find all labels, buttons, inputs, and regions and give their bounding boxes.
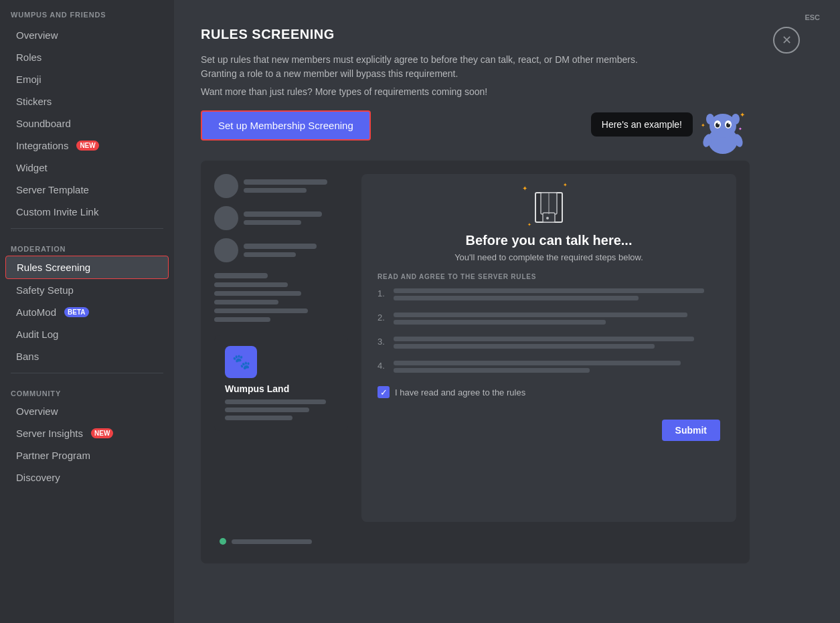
server-card-skeleton bbox=[225, 399, 337, 420]
sidebar-item-label: Partner Program bbox=[16, 450, 90, 461]
rule-item-1: 1. bbox=[377, 288, 720, 303]
rule-lines-3 bbox=[394, 337, 720, 351]
skeleton-line bbox=[214, 291, 301, 296]
preview-container: 🐾 Wumpus Land bbox=[201, 161, 750, 563]
agree-checkbox-row: ✓ I have read and agree to the rules bbox=[377, 386, 720, 398]
rule-line bbox=[394, 313, 687, 317]
preview-inner: 🐾 Wumpus Land bbox=[214, 174, 736, 522]
sidebar-item-label: Bans bbox=[16, 351, 39, 362]
skeleton-line bbox=[244, 179, 327, 185]
submit-button[interactable]: Submit bbox=[662, 420, 720, 441]
sidebar-item-community-overview[interactable]: Overview bbox=[5, 400, 169, 422]
svg-point-8 bbox=[706, 114, 714, 124]
sidebar-item-label: Safety Setup bbox=[16, 284, 74, 296]
svg-point-6 bbox=[718, 122, 719, 124]
sidebar-item-roles[interactable]: Roles bbox=[5, 46, 169, 68]
server-icon-small: 🐾 bbox=[225, 346, 257, 378]
rule-number-1: 1. bbox=[377, 288, 388, 298]
rule-line bbox=[394, 288, 704, 293]
skeleton-line bbox=[244, 244, 317, 249]
insights-new-badge: NEW bbox=[91, 428, 113, 438]
agree-checkbox[interactable]: ✓ bbox=[377, 386, 390, 398]
rule-line bbox=[394, 320, 606, 325]
svg-text:✦: ✦ bbox=[740, 111, 745, 118]
sparkle-bottom-left: ✦ bbox=[527, 222, 531, 228]
close-button[interactable]: ✕ bbox=[773, 27, 800, 54]
sidebar-item-server-template[interactable]: Server Template bbox=[5, 179, 169, 201]
avatar-placeholder-1 bbox=[214, 174, 238, 198]
close-label: ESC bbox=[805, 13, 820, 21]
community-label: COMMUNITY bbox=[0, 379, 174, 400]
sidebar-item-rules-screening[interactable]: Rules Screening bbox=[5, 256, 169, 279]
sidebar-item-soundboard[interactable]: Soundboard bbox=[5, 112, 169, 135]
sparkle-left: ✦ bbox=[522, 185, 527, 192]
server-card-name: Wumpus Land bbox=[225, 383, 337, 394]
sidebar-item-label: Soundboard bbox=[16, 118, 71, 129]
sidebar-item-label: Server Template bbox=[16, 184, 89, 195]
skeleton-line bbox=[225, 399, 326, 404]
sidebar-item-overview[interactable]: Overview bbox=[5, 24, 169, 46]
sidebar-item-label: Integrations bbox=[16, 140, 68, 151]
sidebar-item-custom-invite-link[interactable]: Custom Invite Link bbox=[5, 201, 169, 223]
sidebar-item-label: Discovery bbox=[16, 472, 60, 483]
server-name: WUMPUS AND FRIENDS bbox=[0, 0, 174, 24]
skeleton-line bbox=[244, 188, 307, 193]
rule-lines-4 bbox=[394, 361, 720, 375]
main-content: ✕ ESC RULES SCREENING Set up rules that … bbox=[174, 0, 840, 623]
sidebar-item-label: Overview bbox=[16, 406, 58, 417]
agree-checkbox-label: I have read and agree to the rules bbox=[395, 387, 525, 397]
sidebar-item-discovery[interactable]: Discovery bbox=[5, 466, 169, 488]
main-description-1: Set up rules that new members must expli… bbox=[201, 53, 703, 81]
submit-button-container: Submit bbox=[377, 409, 720, 441]
sidebar-item-safety-setup[interactable]: Safety Setup bbox=[5, 279, 169, 301]
svg-text:✦: ✦ bbox=[738, 126, 742, 131]
svg-text:✦: ✦ bbox=[701, 122, 705, 128]
svg-point-9 bbox=[732, 114, 740, 124]
rules-section-label: READ AND AGREE TO THE SERVER RULES bbox=[377, 273, 720, 280]
sidebar-item-label: Audit Log bbox=[16, 329, 58, 340]
sidebar-item-stickers[interactable]: Stickers bbox=[5, 90, 169, 112]
rule-line bbox=[394, 361, 681, 365]
gate-heading: Before you can talk here... bbox=[377, 233, 720, 248]
svg-point-19 bbox=[546, 217, 549, 219]
skeleton-line bbox=[214, 300, 278, 304]
sidebar-item-server-insights[interactable]: Server Insights NEW bbox=[5, 422, 169, 444]
tooltip-bubble: Here's an example! bbox=[591, 112, 693, 137]
setup-membership-screening-button[interactable]: Set up Membership Screening bbox=[201, 110, 371, 141]
rule-line bbox=[394, 337, 694, 341]
page-title: RULES SCREENING bbox=[201, 27, 813, 42]
svg-point-7 bbox=[728, 122, 730, 124]
rule-number-4: 4. bbox=[377, 361, 388, 371]
sidebar-item-integrations[interactable]: Integrations NEW bbox=[5, 135, 169, 157]
sidebar-item-audit-log[interactable]: Audit Log bbox=[5, 323, 169, 345]
skeleton-line bbox=[232, 539, 312, 544]
skeleton-line bbox=[244, 252, 296, 257]
sidebar-item-bans[interactable]: Bans bbox=[5, 345, 169, 367]
gate-subheading: You'll need to complete the required ste… bbox=[377, 252, 720, 262]
rule-item-4: 4. bbox=[377, 361, 720, 375]
skeleton-line bbox=[225, 416, 292, 420]
sidebar-item-label: Stickers bbox=[16, 96, 52, 107]
rule-line bbox=[394, 368, 590, 373]
main-description-2: Want more than just rules? More types of… bbox=[201, 86, 813, 97]
rule-line bbox=[394, 344, 655, 349]
skeleton-line bbox=[244, 211, 322, 217]
automod-beta-badge: BETA bbox=[64, 307, 88, 317]
sidebar-item-widget[interactable]: Widget bbox=[5, 157, 169, 179]
sidebar-item-partner-program[interactable]: Partner Program bbox=[5, 444, 169, 466]
sidebar-item-label: Roles bbox=[16, 52, 41, 63]
svg-rect-17 bbox=[543, 213, 555, 222]
skeleton-line bbox=[214, 308, 308, 313]
rule-number-3: 3. bbox=[377, 337, 388, 347]
community-section: COMMUNITY Overview Server Insights NEW P… bbox=[0, 379, 174, 488]
server-card: 🐾 Wumpus Land bbox=[214, 335, 348, 431]
divider-2 bbox=[11, 373, 163, 373]
sidebar-item-emoji[interactable]: Emoji bbox=[5, 68, 169, 90]
rule-lines-2 bbox=[394, 313, 720, 327]
preview-bottom-bar bbox=[214, 533, 736, 550]
sidebar-item-automod[interactable]: AutoMod BETA bbox=[5, 301, 169, 323]
online-indicator bbox=[220, 538, 226, 545]
avatar-placeholder-2 bbox=[214, 206, 238, 230]
skeleton-line bbox=[214, 282, 288, 287]
skeleton-line bbox=[214, 317, 270, 322]
